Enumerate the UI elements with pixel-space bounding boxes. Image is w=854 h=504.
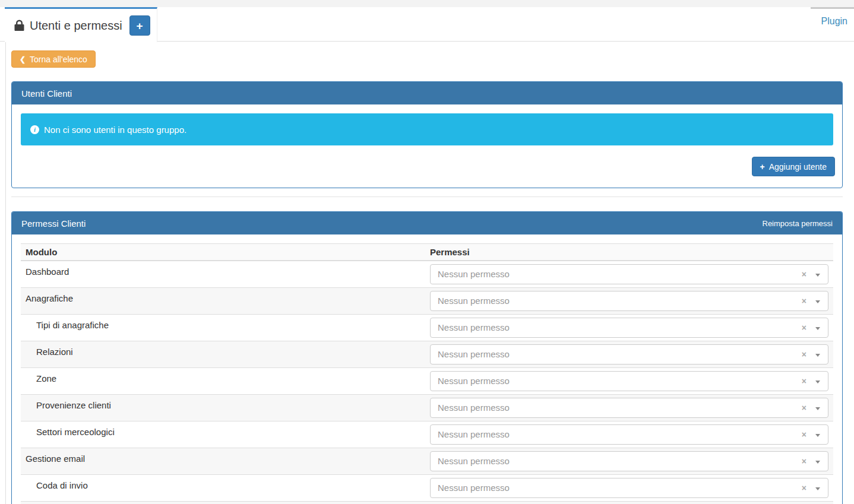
table-row: Provenienze clienti Nessun permesso × — [21, 395, 833, 421]
no-users-alert-text: Non ci sono utenti in questo gruppo. — [44, 125, 186, 135]
no-users-alert: i Non ci sono utenti in questo gruppo. — [21, 113, 833, 145]
remove-icon[interactable]: × — [799, 265, 809, 284]
remove-icon[interactable]: × — [799, 318, 809, 337]
remove-icon[interactable]: × — [799, 291, 809, 310]
caret-down-icon[interactable] — [815, 487, 820, 490]
permission-select-value: Nessun permesso — [438, 349, 510, 359]
permissions-panel: Permessi Clienti Reimposta permessi Modu… — [11, 211, 843, 504]
permission-cell: Nessun permesso × — [425, 395, 833, 421]
table-header-row: Modulo Permessi — [21, 244, 833, 261]
back-to-list-label: Torna all'elenco — [30, 55, 87, 64]
add-record-button[interactable]: + — [129, 15, 150, 36]
permission-select-value: Nessun permesso — [438, 483, 510, 493]
permission-select[interactable]: Nessun permesso × — [430, 398, 828, 418]
remove-icon[interactable]: × — [799, 425, 809, 444]
column-header-module: Modulo — [21, 244, 425, 261]
caret-down-icon[interactable] — [815, 354, 820, 357]
info-icon: i — [30, 125, 39, 134]
module-name: Settori merceologici — [21, 421, 425, 448]
caret-down-icon[interactable] — [815, 300, 820, 303]
permission-select[interactable]: Nessun permesso × — [430, 424, 828, 445]
plus-icon: + — [760, 162, 765, 172]
chevron-left-icon: ❮ — [20, 55, 26, 64]
permission-cell: Nessun permesso × — [425, 341, 833, 368]
permissions-panel-title: Permessi Clienti — [21, 218, 86, 229]
caret-down-icon[interactable] — [815, 274, 820, 277]
table-row: Settori merceologici Nessun permesso × — [21, 421, 833, 448]
column-header-permessi: Permessi — [425, 244, 833, 261]
remove-icon[interactable]: × — [799, 452, 809, 471]
caret-down-icon[interactable] — [815, 327, 820, 330]
caret-down-icon[interactable] — [815, 434, 820, 437]
remove-icon[interactable]: × — [799, 478, 809, 497]
caret-down-icon[interactable] — [815, 381, 820, 383]
permission-cell: Nessun permesso × — [425, 368, 833, 395]
table-row: Gestione email Nessun permesso × — [21, 448, 833, 475]
permission-select[interactable]: Nessun permesso × — [430, 478, 828, 498]
permissions-table: Modulo Permessi Dashboard Nessun permess… — [21, 243, 833, 504]
back-to-list-button[interactable]: ❮ Torna all'elenco — [11, 50, 96, 68]
permission-cell: Nessun permesso × — [425, 261, 833, 288]
tab-plugin[interactable]: Plugin — [821, 16, 847, 27]
table-row — [21, 502, 833, 504]
permission-select[interactable]: Nessun permesso × — [430, 264, 828, 284]
permission-select-value: Nessun permesso — [438, 429, 510, 439]
table-row: Tipi di anagrafiche Nessun permesso × — [21, 315, 833, 341]
permission-select-value: Nessun permesso — [438, 376, 510, 386]
module-name: Anagrafiche — [21, 288, 425, 315]
remove-icon[interactable]: × — [799, 345, 809, 364]
page-title: Utenti e permessi — [30, 19, 122, 33]
permission-select[interactable]: Nessun permesso × — [430, 344, 828, 364]
permission-cell: Nessun permesso × — [425, 475, 833, 502]
table-row: Zone Nessun permesso × — [21, 368, 833, 395]
permission-cell: Nessun permesso × — [425, 315, 833, 341]
permission-select[interactable]: Nessun permesso × — [430, 371, 828, 391]
remove-icon[interactable]: × — [799, 398, 809, 417]
permissions-panel-header: Permessi Clienti Reimposta permessi — [12, 212, 842, 234]
permission-select-value: Nessun permesso — [438, 296, 510, 306]
permission-cell: Nessun permesso × — [425, 421, 833, 448]
users-panel-actions: + Aggiungi utente — [12, 154, 842, 176]
caret-down-icon[interactable] — [815, 461, 820, 464]
reset-permissions-link[interactable]: Reimposta permessi — [763, 219, 833, 228]
top-strip — [0, 0, 854, 7]
module-name: Coda di invio — [21, 475, 425, 502]
permission-select-value: Nessun permesso — [438, 269, 510, 279]
permission-select[interactable]: Nessun permesso × — [430, 451, 828, 471]
lock-icon — [14, 20, 24, 31]
permission-cell: Nessun permesso × — [425, 288, 833, 315]
module-name: Dashboard — [21, 261, 425, 288]
module-name: Zone — [21, 368, 425, 395]
users-panel: Utenti Clienti i Non ci sono utenti in q… — [11, 81, 843, 188]
tab-utenti-e-permessi[interactable]: Utenti e permessi + — [5, 7, 157, 42]
add-user-label: Aggiungi utente — [769, 162, 827, 172]
users-panel-title: Utenti Clienti — [21, 88, 72, 99]
permission-select-value: Nessun permesso — [438, 402, 510, 413]
module-name: Tipi di anagrafiche — [21, 315, 425, 341]
permission-select[interactable]: Nessun permesso × — [430, 318, 828, 338]
permission-select-value: Nessun permesso — [438, 322, 510, 332]
table-row: Dashboard Nessun permesso × — [21, 261, 833, 288]
permission-cell: Nessun permesso × — [425, 448, 833, 475]
content-left-edge — [5, 42, 6, 504]
module-name: Gestione email — [21, 448, 425, 475]
section-divider — [11, 196, 843, 197]
table-row: Relazioni Nessun permesso × — [21, 341, 833, 368]
plus-icon: + — [137, 20, 143, 32]
permission-select-value: Nessun permesso — [438, 456, 510, 466]
table-row: Coda di invio Nessun permesso × — [21, 475, 833, 502]
users-panel-header: Utenti Clienti — [12, 82, 842, 104]
remove-icon[interactable]: × — [799, 372, 809, 391]
table-row: Anagrafiche Nessun permesso × — [21, 288, 833, 315]
caret-down-icon[interactable] — [815, 407, 820, 410]
plugin-tab-top-border — [811, 7, 854, 9]
module-name: Relazioni — [21, 341, 425, 368]
module-name: Provenienze clienti — [21, 395, 425, 421]
permission-select[interactable]: Nessun permesso × — [430, 291, 828, 311]
add-user-button[interactable]: + Aggiungi utente — [752, 157, 836, 176]
